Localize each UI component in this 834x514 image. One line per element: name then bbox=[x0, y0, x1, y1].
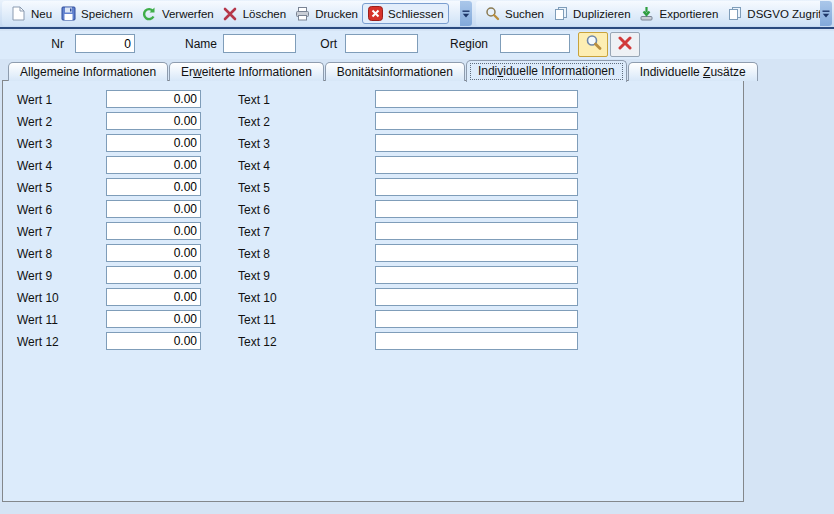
text-input[interactable] bbox=[375, 332, 578, 350]
discard-button[interactable]: Verwerfen bbox=[137, 3, 218, 24]
tab-panel-individuelle-informationen: Wert 1 Text 1 Wert 2 Text 2 Wert 3 Text … bbox=[2, 80, 744, 502]
form-row: Wert 4 Text 4 bbox=[3, 155, 743, 177]
text-input[interactable] bbox=[375, 134, 578, 152]
tab-erweiterte-informationen[interactable]: Erweiterte Informationen bbox=[169, 62, 324, 81]
text-label: Text 1 bbox=[238, 93, 270, 107]
text-input[interactable] bbox=[375, 178, 578, 196]
wert-label: Wert 12 bbox=[17, 335, 59, 349]
tab-label: v bbox=[497, 64, 503, 78]
clear-search-button[interactable] bbox=[610, 32, 640, 57]
tab-label: Indi bbox=[478, 64, 497, 78]
tab-individuelle-informationen[interactable]: Individuelle Informationen bbox=[466, 60, 627, 82]
copy-pages-icon bbox=[726, 6, 742, 22]
wert-label: Wert 3 bbox=[17, 137, 52, 151]
wert-input[interactable] bbox=[106, 112, 201, 130]
red-x-icon bbox=[618, 36, 632, 54]
wert-input[interactable] bbox=[106, 156, 201, 174]
wert-input[interactable] bbox=[106, 332, 201, 350]
text-label: Text 5 bbox=[238, 181, 270, 195]
name-label: Name bbox=[168, 37, 217, 51]
nr-input[interactable] bbox=[75, 34, 135, 53]
ort-label: Ort bbox=[300, 37, 337, 51]
wert-input[interactable] bbox=[106, 178, 201, 196]
wert-input[interactable] bbox=[106, 288, 201, 306]
tab-bonitaetsinformationen[interactable]: Bonitätsinformationen bbox=[325, 62, 465, 81]
export-button[interactable]: Exportieren bbox=[635, 3, 723, 24]
form-row: Wert 11 Text 11 bbox=[3, 309, 743, 331]
text-label: Text 8 bbox=[238, 247, 270, 261]
wert-label: Wert 4 bbox=[17, 159, 52, 173]
save-icon bbox=[60, 6, 76, 22]
tab-label: emeine Informationen bbox=[40, 65, 156, 79]
tab-label: usätze bbox=[710, 65, 745, 79]
text-input[interactable] bbox=[375, 222, 578, 240]
form-row: Wert 8 Text 8 bbox=[3, 243, 743, 265]
toolbar-group-file: Neu Speichern Verwerfen Löschen Drucken bbox=[2, 1, 472, 26]
search-icon bbox=[484, 6, 500, 22]
close-button[interactable]: Schliessen bbox=[362, 3, 449, 24]
wert-input[interactable] bbox=[106, 222, 201, 240]
wert-input[interactable] bbox=[106, 200, 201, 218]
text-label: Text 7 bbox=[238, 225, 270, 239]
tab-individuelle-zusaetze[interactable]: Individuelle Zusätze bbox=[628, 62, 758, 81]
toolbar-overflow-button[interactable] bbox=[820, 1, 832, 26]
text-input[interactable] bbox=[375, 90, 578, 108]
toolbar-overflow-button[interactable] bbox=[460, 1, 472, 26]
dsgvo-access-button[interactable]: DSGVO Zugriff bbox=[722, 3, 828, 24]
chevron-down-icon bbox=[462, 5, 470, 23]
wert-input[interactable] bbox=[106, 134, 201, 152]
new-button[interactable]: Neu bbox=[6, 3, 56, 24]
search-button[interactable]: Suchen bbox=[480, 3, 548, 24]
name-input[interactable] bbox=[223, 34, 296, 53]
tab-label: Individuelle bbox=[640, 65, 703, 79]
form-row: Wert 5 Text 5 bbox=[3, 177, 743, 199]
toolbar-button-label: Schliessen bbox=[388, 8, 444, 20]
lookup-button[interactable] bbox=[578, 32, 608, 57]
wert-input[interactable] bbox=[106, 244, 201, 262]
region-label: Region bbox=[443, 37, 488, 51]
delete-button[interactable]: Löschen bbox=[218, 3, 290, 24]
print-button[interactable]: Drucken bbox=[290, 3, 362, 24]
wert-label: Wert 7 bbox=[17, 225, 52, 239]
tab-allgemeine-informationen[interactable]: Allgemeine Informationen bbox=[8, 62, 168, 81]
text-input[interactable] bbox=[375, 112, 578, 130]
toolbar-button-label: Neu bbox=[31, 8, 52, 20]
toolbar-button-label: Drucken bbox=[315, 8, 358, 20]
text-input[interactable] bbox=[375, 156, 578, 174]
tab-label: All bbox=[20, 65, 33, 79]
magnifier-icon bbox=[585, 34, 602, 55]
toolbar-group-actions: Suchen Duplizieren Exportieren DSGVO Zug… bbox=[476, 1, 832, 26]
wert-label: Wert 8 bbox=[17, 247, 52, 261]
wert-label: Wert 2 bbox=[17, 115, 52, 129]
text-label: Text 6 bbox=[238, 203, 270, 217]
toolbar-button-label: DSGVO Zugriff bbox=[747, 8, 824, 20]
delete-x-icon bbox=[222, 6, 238, 22]
ort-input[interactable] bbox=[345, 34, 418, 53]
duplicate-button[interactable]: Duplizieren bbox=[548, 3, 635, 24]
form-row: Wert 7 Text 7 bbox=[3, 221, 743, 243]
text-input[interactable] bbox=[375, 288, 578, 306]
filter-bar: Nr Name Ort Region bbox=[0, 31, 834, 59]
form-row: Wert 10 Text 10 bbox=[3, 287, 743, 309]
text-label: Text 3 bbox=[238, 137, 270, 151]
text-input[interactable] bbox=[375, 266, 578, 284]
form-row: Wert 3 Text 3 bbox=[3, 133, 743, 155]
toolbar-button-label: Duplizieren bbox=[573, 8, 631, 20]
nr-label: Nr bbox=[30, 37, 64, 51]
wert-label: Wert 5 bbox=[17, 181, 52, 195]
tab-label: w bbox=[193, 65, 202, 79]
text-input[interactable] bbox=[375, 200, 578, 218]
text-input[interactable] bbox=[375, 244, 578, 262]
text-label: Text 9 bbox=[238, 269, 270, 283]
text-input[interactable] bbox=[375, 310, 578, 328]
save-button[interactable]: Speichern bbox=[56, 3, 137, 24]
wert-input[interactable] bbox=[106, 90, 201, 108]
tab-label: Er bbox=[181, 65, 193, 79]
wert-input[interactable] bbox=[106, 310, 201, 328]
region-input[interactable] bbox=[500, 34, 570, 53]
tab-label: eiterte Informationen bbox=[202, 65, 312, 79]
text-label: Text 10 bbox=[238, 291, 277, 305]
wert-input[interactable] bbox=[106, 266, 201, 284]
form-row: Wert 6 Text 6 bbox=[3, 199, 743, 221]
new-document-icon bbox=[10, 6, 26, 22]
